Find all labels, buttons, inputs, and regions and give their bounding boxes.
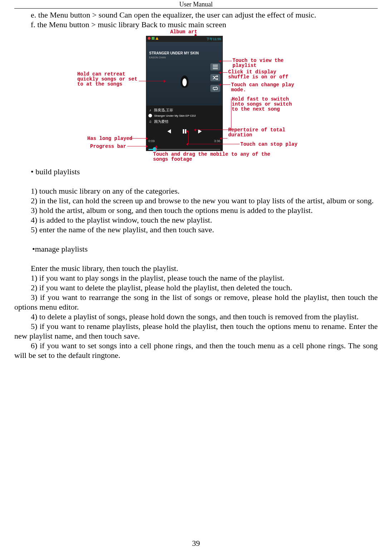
manage-step-4: 4) to delete a playlist of songs, please… (14, 312, 378, 321)
label-hold-fast: Hold fast to switch into songs or switch… (232, 97, 300, 112)
label-total-duration: Repertoire of total duration (228, 127, 293, 137)
label-stop-play: Touch can stop play (240, 142, 298, 147)
manage-intro: Enter the music library, then touch the … (14, 263, 378, 273)
build-step-3: 3) hold the artist, album or song, and t… (14, 205, 378, 215)
clock-label: 下午11:55 (206, 37, 221, 41)
manage-step-5: 5) if you want to rename playlists, plea… (14, 321, 378, 341)
build-step-2: 2) in the list, can hold the screen up a… (14, 196, 378, 205)
manage-step-6: 6) if you want to set songs into a cell … (14, 341, 378, 360)
build-step-5: 5) enter the name of the new playlist, a… (14, 225, 378, 234)
build-step-4: 4) is added to the playlist window, touc… (14, 215, 378, 225)
song-icon: ♫ (148, 120, 152, 123)
label-album-art: Album art (170, 29, 197, 34)
artist-icon: ♪ (148, 108, 152, 112)
phone-mockup: 下午11:55 STRANGER UNDER MY SKIN EASON CHA… (146, 36, 223, 151)
cover-subtitle: EASON CHAN (149, 53, 166, 62)
playlist-button[interactable] (210, 63, 220, 71)
label-play-mode: Touch can change play mode. (231, 82, 299, 92)
label-view-playlist: Touch to view the playlist (232, 58, 290, 68)
manage-step-2: 2) if you want to delete the playlist, p… (14, 283, 378, 292)
status-icon (148, 37, 151, 40)
build-heading: • build playlists (14, 167, 378, 176)
prev-button[interactable] (166, 128, 172, 134)
manage-heading: •manage playlists (14, 244, 378, 254)
intro-f: f. the Menu button > music library Back … (14, 20, 378, 29)
page-header: User Manual (14, 0, 378, 9)
music-player-figure: Album art 下午11:55 STRANGER UNDER MY SKIN… (67, 31, 325, 163)
manage-step-1: 1) if you want to play songs in the play… (14, 273, 378, 283)
status-icon (152, 37, 155, 40)
label-has-long-played: Has long played (87, 136, 132, 141)
page-number: 39 (0, 539, 392, 548)
progress-thumb[interactable] (153, 147, 157, 151)
label-hold-retreat: Hold can retreat quickly songs or set to… (77, 72, 138, 87)
manage-step-3: 3) if you want to rearrange the song in … (14, 292, 378, 312)
progress-bar[interactable] (148, 147, 220, 152)
build-step-1: 1) touch music library on any of the cat… (14, 186, 378, 196)
album-art-area[interactable]: STRANGER UNDER MY SKIN EASON CHAN (146, 42, 222, 106)
shuffle-button[interactable] (210, 74, 220, 81)
song-label: 因为爱情 (154, 117, 168, 126)
label-drag-progress: Touch and drag the mobile to any of the … (153, 152, 275, 162)
elapsed-label: 0:09 (148, 136, 155, 146)
intro-e: e. the Menu button > sound Can open the … (14, 10, 378, 20)
label-shuffle: Click it display shuffle is on or off (228, 69, 296, 79)
status-icon (156, 37, 158, 40)
album-art-image (180, 74, 189, 88)
status-bar: 下午11:55 (146, 36, 222, 42)
label-progress-bar: Progress bar (90, 144, 126, 149)
